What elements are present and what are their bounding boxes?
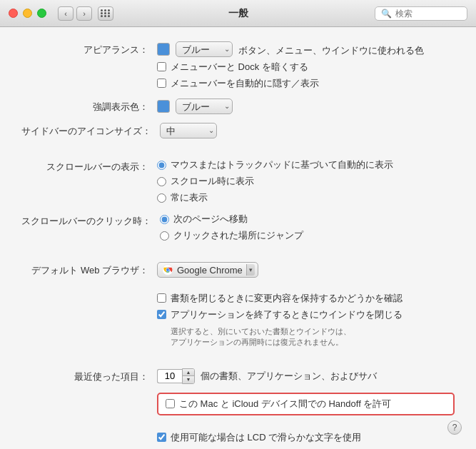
sidebar-label: サイドバーのアイコンサイズ： (21, 123, 160, 138)
save-books-checkbox-row: 書類を閉じるときに変更内容を保持するかどうかを確認 (157, 292, 455, 305)
recent-stepper-input[interactable] (157, 369, 182, 383)
menubar-dock-row: メニューバーと Dock を暗くする (157, 61, 455, 74)
scrollbar-radio3-label: 常に表示 (171, 191, 208, 204)
back-button[interactable]: ‹ (58, 6, 74, 21)
save-books-label: 書類を閉じるときに変更内容を保持するかどうかを確認 (171, 292, 402, 305)
appearance-desc: ボタン、メニュー、ウインドウに使われる色 (238, 42, 424, 57)
lcd-row: 使用可能な場合は LCD で滑らかな文字を使用 (21, 431, 455, 444)
recent-stepper: ▲ ▼ (157, 368, 195, 384)
chrome-icon (162, 264, 173, 276)
scrollbar-radio1-label: マウスまたはトラックパッドに基づいて自動的に表示 (171, 158, 393, 171)
handoff-label: この Mac と iCloud デバイス間での Handoff を許可 (179, 398, 391, 410)
help-button[interactable]: ? (447, 420, 462, 435)
scrollbar-radio2-row: スクロール時に表示 (157, 175, 455, 188)
scrollbar-click-radio1-row: 次のページへ移動 (160, 213, 455, 226)
save-books-row: 書類を閉じるときに変更内容を保持するかどうかを確認 アプリケーションを終了すると… (21, 292, 455, 348)
lcd-checkbox-row: 使用可能な場合は LCD で滑らかな文字を使用 (157, 431, 455, 444)
menubar-dock-checkbox[interactable] (157, 62, 166, 71)
close-button[interactable] (9, 9, 18, 18)
lcd-control: 使用可能な場合は LCD で滑らかな文字を使用 (157, 431, 455, 444)
handoff-label-spacer (21, 393, 157, 395)
highlight-control: ブルー (157, 99, 455, 114)
grid-button[interactable] (98, 6, 113, 21)
menubar-hide-row: メニューバーを自動的に隠す／表示 (157, 77, 455, 90)
search-icon: 🔍 (381, 9, 392, 19)
grid-icon (101, 9, 111, 17)
recent-suffix: 個の書類、アプリケーション、およびサバ (201, 370, 377, 383)
highlight-select-wrapper: ブルー (176, 99, 233, 114)
scrollbar-click-label: スクロールバーのクリック時： (21, 213, 160, 228)
highlight-swatch (157, 100, 170, 113)
scrollbar-radio2-label: スクロール時に表示 (171, 175, 254, 188)
scrollbar-label: スクロールバーの表示： (21, 158, 157, 173)
handoff-checkbox-row: この Mac と iCloud デバイス間での Handoff を許可 (166, 398, 446, 410)
sidebar-select[interactable]: 中 (160, 123, 217, 138)
traffic-lights (9, 9, 46, 18)
minimize-button[interactable] (23, 9, 32, 18)
window-title: 一般 (228, 7, 248, 20)
scrollbar-click-radio1-label: 次のページへ移動 (173, 213, 248, 226)
forward-button[interactable]: › (76, 6, 92, 21)
color-swatch (157, 43, 170, 56)
appearance-select-wrapper: ブルー (176, 41, 233, 57)
scrollbar-click-radio2-row: クリックされた場所にジャンプ (160, 229, 455, 242)
sidebar-select-wrapper: 中 (160, 123, 217, 138)
appearance-select[interactable]: ブルー (176, 41, 233, 57)
scrollbar-radio3[interactable] (157, 193, 166, 203)
recent-control: ▲ ▼ 個の書類、アプリケーション、およびサバ (157, 368, 455, 384)
highlight-select[interactable]: ブルー (176, 99, 233, 114)
lcd-label: 使用可能な場合は LCD で滑らかな文字を使用 (171, 431, 361, 444)
browser-select-arrow: ▾ (246, 264, 255, 276)
search-input[interactable] (395, 9, 460, 19)
appearance-control: ブルー ボタン、メニュー、ウインドウに使われる色 メニューバーと Dock を暗… (157, 41, 455, 90)
checkboxes-control: 書類を閉じるときに変更内容を保持するかどうかを確認 アプリケーションを終了すると… (157, 292, 455, 348)
scrollbar-click-control: 次のページへ移動 クリックされた場所にジャンプ (160, 213, 455, 242)
close-windows-checkbox[interactable] (157, 310, 166, 319)
scrollbar-radio2[interactable] (157, 177, 166, 186)
svg-point-3 (166, 268, 169, 271)
scrollbar-control: マウスまたはトラックパッドに基づいて自動的に表示 スクロール時に表示 常に表示 (157, 158, 455, 204)
lcd-checkbox[interactable] (157, 433, 166, 442)
scrollbar-radio1-row: マウスまたはトラックパッドに基づいて自動的に表示 (157, 158, 455, 171)
browser-label: デフォルト Web ブラウザ： (21, 262, 157, 277)
scrollbar-click-row: スクロールバーのクリック時： 次のページへ移動 クリックされた場所にジャンプ (21, 213, 455, 242)
highlight-row: 強調表示色： ブルー (21, 99, 455, 114)
lcd-label-spacer (21, 431, 157, 433)
recent-label: 最近使った項目： (21, 368, 157, 383)
save-books-checkbox[interactable] (157, 293, 166, 303)
scrollbar-radio3-row: 常に表示 (157, 191, 455, 204)
stepper-up-button[interactable]: ▲ (183, 369, 194, 376)
search-bar[interactable]: 🔍 (375, 6, 467, 21)
browser-row: デフォルト Web ブラウザ： Google Chrome ▾ (21, 262, 455, 278)
appearance-label: アピアランス： (21, 41, 157, 56)
nav-buttons: ‹ › (58, 6, 92, 21)
scrollbar-click-radio2[interactable] (160, 231, 169, 241)
checkboxes-note: 選択すると、別にいておいた書類とウインドウは、アプリケーションの再開時には復元さ… (171, 326, 442, 348)
scrollbar-radio1[interactable] (157, 161, 166, 170)
browser-select[interactable]: Google Chrome ▾ (157, 262, 258, 278)
appearance-row: アピアランス： ブルー ボタン、メニュー、ウインドウに使われる色 メニューバーと… (21, 41, 455, 90)
handoff-row: この Mac と iCloud デバイス間での Handoff を許可 (21, 393, 455, 415)
menubar-hide-checkbox[interactable] (157, 79, 166, 88)
sidebar-control: 中 (160, 123, 455, 138)
stepper-down-button[interactable]: ▼ (183, 376, 194, 383)
scrollbar-click-radio2-label: クリックされた場所にジャンプ (173, 229, 303, 242)
maximize-button[interactable] (37, 9, 46, 18)
menubar-hide-label: メニューバーを自動的に隠す／表示 (171, 77, 319, 90)
sidebar-row: サイドバーのアイコンサイズ： 中 (21, 123, 455, 138)
save-books-label-spacer (21, 292, 157, 294)
recent-row: 最近使った項目： ▲ ▼ 個の書類、アプリケーション、およびサバ (21, 368, 455, 384)
settings-content: アピアランス： ブルー ボタン、メニュー、ウインドウに使われる色 メニューバーと… (0, 27, 476, 449)
close-windows-label: アプリケーションを終了するときにウインドウを閉じる (171, 308, 402, 321)
scrollbar-row: スクロールバーの表示： マウスまたはトラックパッドに基づいて自動的に表示 スクロ… (21, 158, 455, 204)
browser-control: Google Chrome ▾ (157, 262, 455, 278)
browser-select-label: Google Chrome (177, 265, 243, 276)
handoff-control: この Mac と iCloud デバイス間での Handoff を許可 (157, 393, 455, 415)
titlebar: ‹ › 一般 🔍 (0, 0, 476, 27)
handoff-highlight-box: この Mac と iCloud デバイス間での Handoff を許可 (157, 393, 455, 415)
menubar-dock-label: メニューバーと Dock を暗くする (171, 61, 308, 74)
scrollbar-click-radio1[interactable] (160, 215, 169, 224)
handoff-checkbox[interactable] (166, 399, 175, 408)
highlight-label: 強調表示色： (21, 99, 157, 113)
stepper-buttons: ▲ ▼ (182, 368, 195, 384)
